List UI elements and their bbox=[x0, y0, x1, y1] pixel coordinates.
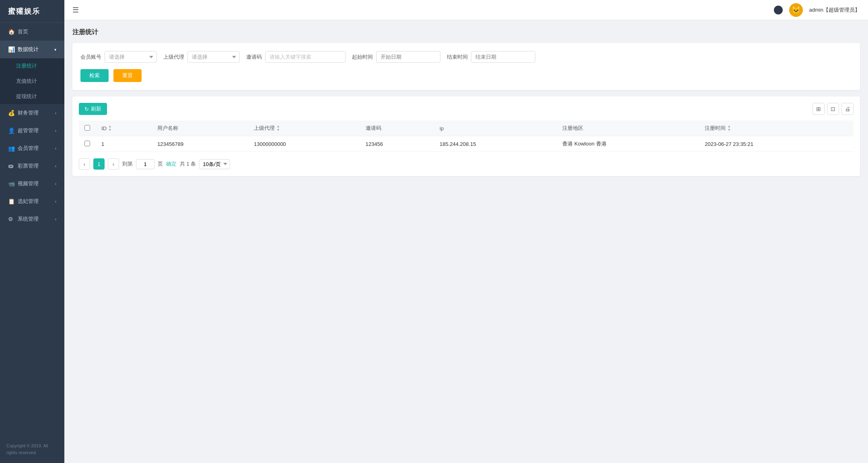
filter-buttons: 检索 重置 bbox=[80, 69, 852, 82]
next-page-btn[interactable]: › bbox=[108, 158, 119, 170]
filter-group-member-no: 会员账号 请选择 bbox=[80, 51, 157, 63]
chevron-right-icon-6: › bbox=[55, 199, 56, 204]
member-no-select[interactable]: 请选择 bbox=[105, 51, 157, 63]
filter-card: 会员账号 请选择 上级代理 请选择 邀请码 bbox=[72, 43, 860, 90]
table-actions: ⊞ ⊡ 🖨 bbox=[812, 103, 854, 115]
cell-invite-code: 123456 bbox=[360, 136, 434, 152]
avatar[interactable]: 🐱 bbox=[789, 3, 803, 17]
sidebar-item-video[interactable]: 📹 视频管理 › bbox=[0, 175, 64, 193]
search-button[interactable]: 检索 bbox=[80, 69, 109, 82]
table-action-print[interactable]: 🖨 bbox=[841, 103, 854, 115]
chevron-right-icon-3: › bbox=[55, 146, 56, 151]
th-register-time-sort[interactable]: 注册时间 ▲▼ bbox=[705, 125, 731, 132]
cell-region: 香港 Kowloon 香港 bbox=[557, 136, 699, 152]
sort-arrows-time: ▲▼ bbox=[727, 125, 731, 132]
cell-register-time: 2023-06-27 23:35:21 bbox=[699, 136, 854, 152]
cell-ip: 185.244.208.15 bbox=[434, 136, 557, 152]
sidebar-item-recharge[interactable]: 充值统计 bbox=[0, 74, 64, 89]
sidebar-item-agent[interactable]: 📋 选妃管理 › bbox=[0, 193, 64, 210]
home-icon: 🏠 bbox=[8, 29, 14, 35]
chevron-right-icon-7: › bbox=[55, 217, 56, 221]
chevron-right-icon-5: › bbox=[55, 182, 56, 186]
header-username[interactable]: admin【超级管理员】 bbox=[809, 6, 860, 14]
sidebar-item-data[interactable]: 📊 数据统计 ▾ bbox=[0, 41, 64, 58]
chevron-right-icon-2: › bbox=[55, 129, 56, 133]
sidebar-item-finance[interactable]: 💰 财务管理 › bbox=[0, 104, 64, 122]
sidebar: 蜜獾娱乐 🏠 首页 📊 数据统计 ▾ 注册统计 充值统计 提现统计 💰 bbox=[0, 0, 64, 463]
page-unit-label: 页 bbox=[158, 160, 163, 168]
start-time-label: 起始时间 bbox=[352, 53, 373, 61]
data-table: ID ▲▼ 用户名称 上级代理 ▲▼ bbox=[79, 121, 854, 152]
sidebar-item-super[interactable]: 👤 超管管理 › bbox=[0, 122, 64, 139]
header-right: 🐱 admin【超级管理员】 bbox=[774, 3, 860, 17]
pagination: ‹ 1 › 到第 页 确定 共 1 条 10条/页 bbox=[79, 158, 854, 170]
sidebar-item-data-label: 数据统计 bbox=[18, 46, 39, 53]
parent-agent-select[interactable]: 请选择 bbox=[187, 51, 240, 63]
refresh-button[interactable]: ↻ 刷新 bbox=[79, 103, 107, 115]
sidebar-item-withdraw-label: 提现统计 bbox=[16, 93, 37, 100]
invite-code-input[interactable] bbox=[265, 51, 346, 63]
sidebar-footer: Copyright © 2019. All rights reserved. bbox=[0, 436, 64, 463]
sidebar-item-withdraw[interactable]: 提现统计 bbox=[0, 89, 64, 104]
th-checkbox bbox=[79, 121, 96, 136]
table-card: ↻ 刷新 ⊞ ⊡ 🖨 ID bbox=[72, 96, 860, 176]
sidebar-item-register-label: 注册统计 bbox=[16, 62, 37, 70]
th-region: 注册地区 bbox=[557, 121, 699, 136]
sidebar-item-video-label: 视频管理 bbox=[18, 180, 39, 187]
sort-arrows-agent: ▲▼ bbox=[276, 125, 280, 132]
table-header-row: ID ▲▼ 用户名称 上级代理 ▲▼ bbox=[79, 121, 854, 136]
header: ☰ 🐱 admin【超级管理员】 bbox=[64, 0, 868, 20]
total-label: 共 1 条 bbox=[180, 160, 196, 168]
row-checkbox[interactable] bbox=[84, 141, 90, 146]
th-ip: ip bbox=[434, 121, 557, 136]
theme-toggle-icon[interactable] bbox=[774, 6, 783, 14]
chevron-right-icon-4: › bbox=[55, 164, 56, 168]
select-all-checkbox[interactable] bbox=[84, 125, 90, 131]
th-register-time: 注册时间 ▲▼ bbox=[699, 121, 854, 136]
invite-code-label: 邀请码 bbox=[246, 53, 262, 61]
finance-icon: 💰 bbox=[8, 110, 14, 116]
goto-confirm-btn[interactable]: 确定 bbox=[166, 160, 177, 168]
prev-page-btn[interactable]: ‹ bbox=[79, 158, 90, 170]
member-no-label: 会员账号 bbox=[80, 53, 101, 61]
menu-toggle-icon[interactable]: ☰ bbox=[72, 6, 79, 14]
th-parent-agent-sort[interactable]: 上级代理 ▲▼ bbox=[254, 125, 280, 132]
sidebar-item-system[interactable]: ⚙ 系统管理 › bbox=[0, 210, 64, 228]
filter-group-start-time: 起始时间 bbox=[352, 51, 440, 63]
sidebar-item-home-label: 首页 bbox=[18, 28, 28, 35]
sidebar-item-home[interactable]: 🏠 首页 bbox=[0, 23, 64, 41]
sidebar-item-member-label: 会员管理 bbox=[18, 145, 39, 152]
table-action-download[interactable]: ⊡ bbox=[827, 103, 839, 115]
end-time-label: 结束时间 bbox=[447, 53, 468, 61]
th-parent-agent: 上级代理 ▲▼ bbox=[248, 121, 360, 136]
cell-id: 1 bbox=[96, 136, 152, 152]
row-checkbox-cell bbox=[79, 136, 96, 152]
goto-page-input[interactable] bbox=[136, 159, 154, 169]
th-id-sort[interactable]: ID ▲▼ bbox=[101, 125, 112, 132]
th-id: ID ▲▼ bbox=[96, 121, 152, 136]
th-username: 用户名称 bbox=[152, 121, 248, 136]
th-username-label: 用户名称 bbox=[157, 125, 178, 131]
sidebar-item-finance-label: 财务管理 bbox=[18, 109, 39, 117]
table-toolbar: ↻ 刷新 ⊞ ⊡ 🖨 bbox=[79, 103, 854, 115]
th-invite-code: 邀请码 bbox=[360, 121, 434, 136]
lottery-icon: 🎟 bbox=[8, 163, 14, 169]
sidebar-item-lottery[interactable]: 🎟 彩票管理 › bbox=[0, 157, 64, 175]
start-time-input[interactable] bbox=[376, 51, 440, 63]
cell-username: 123456789 bbox=[152, 136, 248, 152]
page-size-select[interactable]: 10条/页 bbox=[199, 159, 230, 169]
table-row: 1 123456789 13000000000 123456 185.244.2… bbox=[79, 136, 854, 152]
reset-button[interactable]: 重置 bbox=[113, 69, 142, 82]
sidebar-nav: 🏠 首页 📊 数据统计 ▾ 注册统计 充值统计 提现统计 💰 财务管理 › bbox=[0, 23, 64, 436]
cell-parent-agent: 13000000000 bbox=[248, 136, 360, 152]
filter-row: 会员账号 请选择 上级代理 请选择 邀请码 bbox=[80, 51, 852, 63]
sidebar-item-register[interactable]: 注册统计 bbox=[0, 58, 64, 74]
th-ip-label: ip bbox=[440, 125, 444, 131]
sidebar-item-member[interactable]: 👥 会员管理 › bbox=[0, 139, 64, 157]
th-parent-agent-label: 上级代理 bbox=[254, 125, 275, 132]
sidebar-item-super-label: 超管管理 bbox=[18, 127, 39, 134]
sort-arrows-id: ▲▼ bbox=[108, 125, 112, 132]
end-time-input[interactable] bbox=[471, 51, 535, 63]
page-btn-1[interactable]: 1 bbox=[93, 158, 105, 170]
table-action-settings[interactable]: ⊞ bbox=[812, 103, 825, 115]
